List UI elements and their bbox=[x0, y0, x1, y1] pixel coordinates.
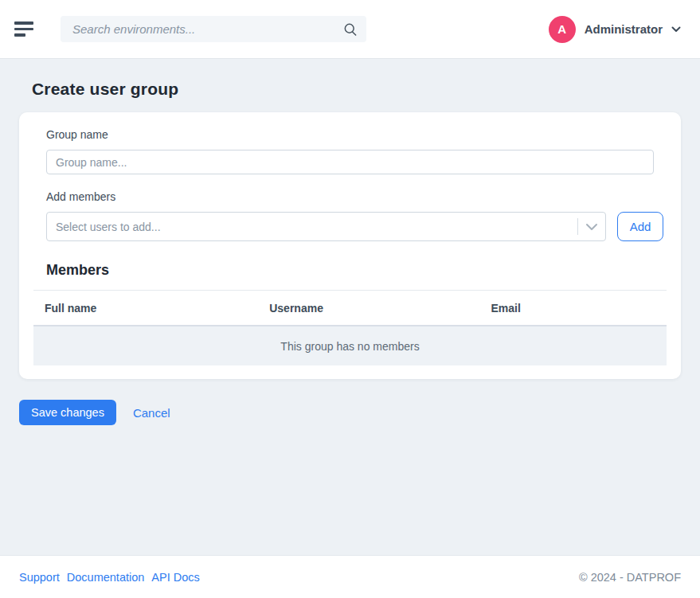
add-members-field: Add members Select users to add... Add bbox=[46, 190, 654, 241]
empty-state-row: This group has no members bbox=[33, 326, 667, 365]
empty-state-message: This group has no members bbox=[33, 326, 667, 365]
group-name-field: Group name bbox=[46, 128, 654, 174]
select-chevron-down-icon[interactable] bbox=[585, 223, 598, 231]
top-bar: A Administrator bbox=[0, 0, 700, 58]
add-button[interactable]: Add bbox=[617, 212, 663, 241]
footer-link-api-docs[interactable]: API Docs bbox=[151, 571, 199, 584]
members-table: Full name Username Email This group has … bbox=[33, 290, 667, 365]
copyright: © 2024 - DATPROF bbox=[579, 571, 681, 584]
form-actions: Save changes Cancel bbox=[19, 400, 681, 425]
users-select[interactable]: Select users to add... bbox=[46, 212, 606, 241]
members-title: Members bbox=[46, 262, 654, 279]
save-changes-button[interactable]: Save changes bbox=[19, 400, 116, 425]
avatar: A bbox=[549, 16, 576, 43]
main-content: Create user group Group name Add members… bbox=[0, 58, 700, 555]
search-icon[interactable] bbox=[342, 21, 358, 37]
group-name-input[interactable] bbox=[46, 150, 654, 174]
footer-link-support[interactable]: Support bbox=[19, 571, 60, 584]
user-name: Administrator bbox=[585, 22, 663, 36]
page-title: Create user group bbox=[32, 80, 681, 99]
column-header-full-name: Full name bbox=[33, 291, 258, 326]
add-members-label: Add members bbox=[46, 190, 654, 203]
cancel-link[interactable]: Cancel bbox=[133, 406, 170, 420]
members-table-header-row: Full name Username Email bbox=[33, 291, 667, 326]
chevron-down-icon bbox=[671, 26, 681, 33]
search-box[interactable] bbox=[61, 16, 366, 42]
group-name-label: Group name bbox=[46, 128, 654, 141]
users-select-placeholder: Select users to add... bbox=[56, 221, 577, 233]
menu-icon[interactable] bbox=[14, 21, 33, 37]
create-group-card: Group name Add members Select users to a… bbox=[19, 112, 681, 379]
column-header-email: Email bbox=[479, 291, 667, 326]
search-input[interactable] bbox=[71, 21, 342, 37]
footer-nav: Support Documentation API Docs bbox=[19, 571, 200, 584]
column-header-username: Username bbox=[258, 291, 479, 326]
select-divider bbox=[577, 218, 578, 235]
footer-link-documentation[interactable]: Documentation bbox=[67, 571, 145, 584]
footer: Support Documentation API Docs © 2024 - … bbox=[0, 555, 700, 598]
user-menu[interactable]: A Administrator bbox=[549, 16, 681, 43]
